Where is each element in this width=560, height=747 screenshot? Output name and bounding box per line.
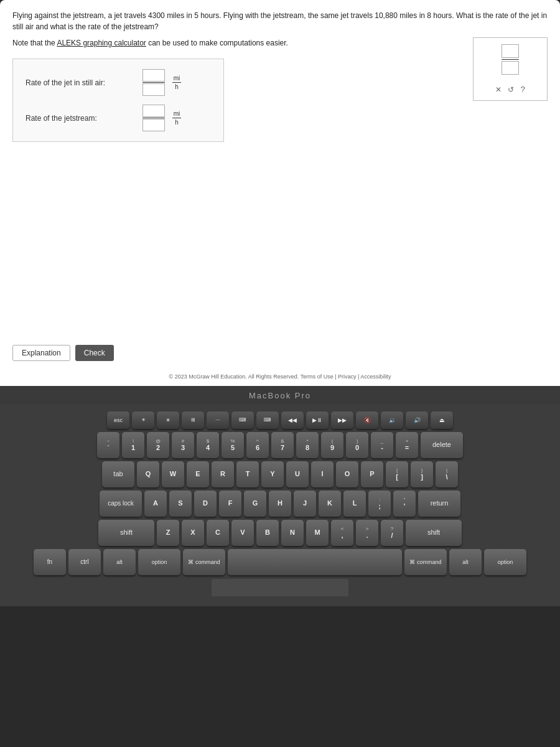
f12-key[interactable]: 🔊 <box>406 411 428 429</box>
f9-key[interactable]: ▶▶ <box>331 411 353 429</box>
n-key[interactable]: N <box>281 520 304 546</box>
w-key[interactable]: W <box>162 461 184 487</box>
rbracket-key[interactable]: }] <box>411 461 433 487</box>
backslash-key[interactable]: |\ <box>436 461 458 487</box>
still-air-denominator-input[interactable] <box>142 83 165 96</box>
b-key[interactable]: B <box>256 520 279 546</box>
2-key[interactable]: @2 <box>147 432 169 458</box>
problem-text: Flying against the jetstream, a jet trav… <box>12 10 548 32</box>
right-shift-key[interactable]: shift <box>406 520 462 546</box>
right-command-key[interactable]: ⌘ command <box>404 549 447 575</box>
f1-key[interactable]: ☀ <box>132 411 154 429</box>
3-key[interactable]: #3 <box>172 432 194 458</box>
still-air-numerator-input[interactable] <box>142 69 165 82</box>
h-key[interactable]: H <box>269 491 291 517</box>
equals-key[interactable]: += <box>396 432 418 458</box>
jetstream-input-fraction <box>142 105 165 131</box>
explanation-button[interactable]: Explanation <box>12 345 70 361</box>
f5-key[interactable]: ⌨ <box>231 411 254 429</box>
f8-key[interactable]: ▶⏸ <box>306 411 329 429</box>
f6-key[interactable]: ⌨ <box>256 411 279 429</box>
left-fn-key[interactable]: fn <box>34 549 66 575</box>
right-alt-key[interactable]: alt <box>449 549 482 575</box>
5-key[interactable]: %5 <box>222 432 244 458</box>
j-key[interactable]: J <box>294 491 316 517</box>
lbracket-key[interactable]: {[ <box>386 461 408 487</box>
k-key[interactable]: K <box>319 491 341 517</box>
6-key[interactable]: ^6 <box>246 432 269 458</box>
f-key[interactable]: F <box>219 491 241 517</box>
caps-key[interactable]: caps lock <box>100 491 142 517</box>
panel-numerator-box <box>502 44 519 58</box>
f4-key[interactable]: ⋯ <box>207 411 229 429</box>
left-option-key[interactable]: option <box>138 549 180 575</box>
y-key[interactable]: Y <box>261 461 284 487</box>
left-shift-key[interactable]: shift <box>98 520 154 546</box>
panel-rotate-btn[interactable]: ↺ <box>508 85 514 94</box>
panel-x-btn[interactable]: ✕ <box>495 85 502 94</box>
jetstream-row: Rate of the jetstream: mi h <box>26 105 211 131</box>
touchpad[interactable] <box>212 579 348 596</box>
left-alt-key[interactable]: alt <box>103 549 136 575</box>
0-key[interactable]: )0 <box>346 432 368 458</box>
panel-controls: ✕ ↺ ? <box>495 85 525 94</box>
tab-key[interactable]: tab <box>102 461 134 487</box>
delete-key[interactable]: delete <box>421 432 463 458</box>
left-ctrl-key[interactable]: ctrl <box>68 549 101 575</box>
x-key[interactable]: X <box>182 520 204 546</box>
minus-key[interactable]: _- <box>371 432 393 458</box>
c-key[interactable]: C <box>207 520 229 546</box>
i-key[interactable]: I <box>311 461 334 487</box>
footer-bar: © 2023 McGraw Hill Education. All Rights… <box>0 374 560 380</box>
8-key[interactable]: *8 <box>296 432 319 458</box>
space-key[interactable] <box>228 549 402 575</box>
still-air-label: Rate of the jet in still air: <box>26 78 138 87</box>
still-air-unit: mi h <box>172 75 181 90</box>
jetstream-numerator-input[interactable] <box>142 105 165 117</box>
unit-h-1: h <box>175 83 179 90</box>
s-key[interactable]: S <box>169 491 192 517</box>
tilde-key[interactable]: ~` <box>97 432 119 458</box>
q-key[interactable]: Q <box>137 461 159 487</box>
check-button[interactable]: Check <box>75 345 114 361</box>
aleks-link[interactable]: ALEKS graphing calculator <box>57 39 146 47</box>
o-key[interactable]: O <box>336 461 358 487</box>
return-key[interactable]: return <box>418 491 460 517</box>
panel-question-btn[interactable]: ? <box>520 85 525 94</box>
d-key[interactable]: D <box>194 491 217 517</box>
7-key[interactable]: &7 <box>271 432 294 458</box>
p-key[interactable]: P <box>361 461 383 487</box>
left-command-key[interactable]: ⌘ command <box>183 549 225 575</box>
comma-key[interactable]: <, <box>331 520 353 546</box>
esc-key[interactable]: esc <box>107 411 129 429</box>
period-key[interactable]: >. <box>356 520 378 546</box>
t-key[interactable]: T <box>236 461 259 487</box>
g-key[interactable]: G <box>244 491 266 517</box>
m-key[interactable]: M <box>306 520 329 546</box>
e-key[interactable]: E <box>187 461 209 487</box>
f7-key[interactable]: ◀◀ <box>281 411 304 429</box>
f10-key[interactable]: 🔇 <box>356 411 378 429</box>
f2-key[interactable]: ☀ <box>157 411 179 429</box>
slash-key[interactable]: ?/ <box>381 520 403 546</box>
4-key[interactable]: $4 <box>197 432 219 458</box>
a-key[interactable]: A <box>144 491 167 517</box>
r-key[interactable]: R <box>212 461 234 487</box>
still-air-row: Rate of the jet in still air: mi h <box>26 69 211 96</box>
quote-key[interactable]: "' <box>393 491 416 517</box>
v-key[interactable]: V <box>231 520 254 546</box>
jetstream-denominator-input[interactable] <box>142 119 165 131</box>
unit-mi-2: mi <box>174 110 180 117</box>
f11-key[interactable]: 🔉 <box>381 411 403 429</box>
l-key[interactable]: L <box>343 491 366 517</box>
u-key[interactable]: U <box>286 461 309 487</box>
1-key[interactable]: !1 <box>122 432 144 458</box>
note-suffix: can be used to make computations easier. <box>146 39 288 47</box>
z-key[interactable]: Z <box>157 520 179 546</box>
eject-key[interactable]: ⏏ <box>431 411 453 429</box>
panel-line <box>502 59 519 60</box>
semicolon-key[interactable]: :; <box>368 491 391 517</box>
9-key[interactable]: (9 <box>321 432 343 458</box>
f3-key[interactable]: ⊞ <box>182 411 204 429</box>
right-option-key[interactable]: option <box>484 549 526 575</box>
